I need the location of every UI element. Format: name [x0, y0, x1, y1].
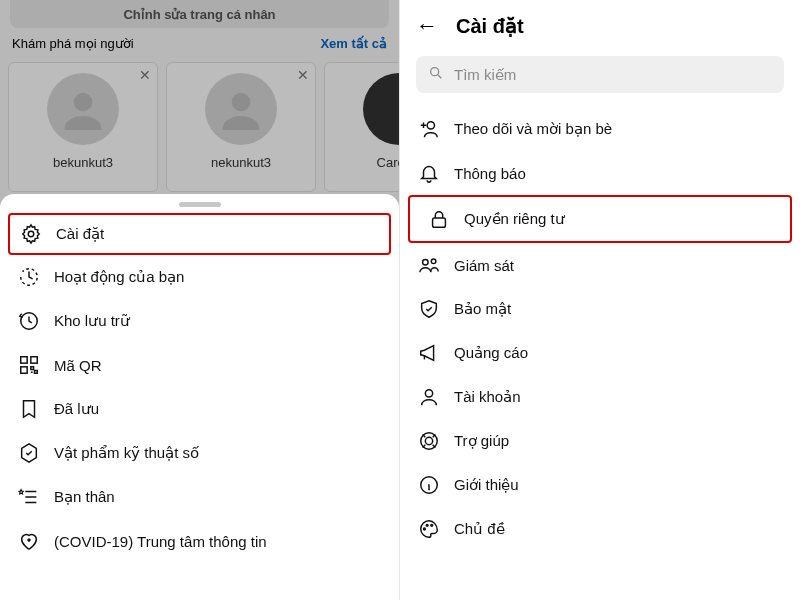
left-pane: Chỉnh sửa trang cá nhân Khám phá mọi ngư… [0, 0, 400, 600]
settings-item-label: Theo dõi và mời bạn bè [454, 120, 612, 138]
archive-icon [18, 310, 40, 332]
settings-item-label: Quảng cáo [454, 344, 528, 362]
settings-item-label: Tài khoản [454, 388, 521, 406]
settings-item-label: Bảo mật [454, 300, 511, 318]
shield-icon [418, 298, 440, 320]
svg-rect-6 [21, 367, 27, 373]
settings-item-label: Giới thiệu [454, 476, 519, 494]
svg-rect-5 [31, 357, 37, 363]
add-user-icon [418, 118, 440, 140]
sheet-item-saved[interactable]: Đã lưu [0, 387, 399, 431]
info-icon [418, 474, 440, 496]
search-placeholder: Tìm kiếm [454, 66, 516, 84]
sheet-item-digital[interactable]: Vật phẩm kỹ thuật số [0, 431, 399, 475]
people-icon [418, 254, 440, 276]
settings-item-privacy[interactable]: Quyền riêng tư [408, 195, 792, 243]
settings-item-account[interactable]: Tài khoản [400, 375, 800, 419]
settings-item-follow-invite[interactable]: Theo dõi và mời bạn bè [400, 107, 800, 151]
back-icon[interactable]: ← [416, 15, 438, 37]
right-pane: ← Cài đặt Tìm kiếm Theo dõi và mời bạn b… [400, 0, 800, 600]
megaphone-icon [418, 342, 440, 364]
settings-item-label: Chủ đề [454, 520, 505, 538]
settings-item-about[interactable]: Giới thiệu [400, 463, 800, 507]
svg-point-14 [425, 437, 432, 444]
sheet-item-qr[interactable]: Mã QR [0, 343, 399, 387]
heart-plus-icon [18, 530, 40, 552]
settings-item-security[interactable]: Bảo mật [400, 287, 800, 331]
settings-item-label: Trợ giúp [454, 432, 509, 450]
qr-icon [18, 354, 40, 376]
settings-item-notifications[interactable]: Thông báo [400, 151, 800, 195]
sheet-item-close-friends[interactable]: Bạn thân [0, 475, 399, 519]
settings-item-label: Quyền riêng tư [464, 210, 565, 228]
svg-point-8 [427, 122, 434, 129]
settings-item-label: Thông báo [454, 165, 526, 182]
sheet-item-covid[interactable]: (COVID-19) Trung tâm thông tin [0, 519, 399, 563]
svg-point-2 [28, 231, 34, 237]
sheet-item-activity[interactable]: Hoạt động của bạn [0, 255, 399, 299]
sheet-item-label: Đã lưu [54, 400, 99, 418]
lifebuoy-icon [418, 430, 440, 452]
svg-rect-9 [433, 218, 446, 227]
search-wrap: Tìm kiếm [416, 56, 784, 93]
svg-point-17 [426, 524, 428, 526]
bottom-sheet: Cài đặt Hoạt động của bạn Kho lưu trữ Mã… [0, 194, 399, 600]
search-icon [428, 65, 444, 84]
settings-header: ← Cài đặt [400, 0, 800, 44]
list-star-icon [18, 486, 40, 508]
palette-icon [418, 518, 440, 540]
gear-icon [20, 223, 42, 245]
svg-rect-4 [21, 357, 27, 363]
svg-point-11 [431, 259, 436, 264]
lock-icon [428, 208, 450, 230]
sheet-item-label: Kho lưu trữ [54, 312, 130, 330]
page-title: Cài đặt [456, 14, 524, 38]
sheet-item-settings[interactable]: Cài đặt [8, 213, 391, 255]
sheet-item-label: Bạn thân [54, 488, 115, 506]
settings-item-supervision[interactable]: Giám sát [400, 243, 800, 287]
settings-item-help[interactable]: Trợ giúp [400, 419, 800, 463]
svg-point-10 [423, 260, 429, 266]
svg-point-12 [425, 390, 432, 397]
svg-point-16 [424, 528, 426, 530]
settings-item-theme[interactable]: Chủ đề [400, 507, 800, 551]
settings-item-label: Giám sát [454, 257, 514, 274]
settings-item-ads[interactable]: Quảng cáo [400, 331, 800, 375]
bookmark-icon [18, 398, 40, 420]
search-input[interactable]: Tìm kiếm [416, 56, 784, 93]
grab-handle[interactable] [179, 202, 221, 207]
user-icon [418, 386, 440, 408]
svg-point-7 [431, 68, 439, 76]
hexagon-icon [18, 442, 40, 464]
sheet-item-label: Hoạt động của bạn [54, 268, 184, 286]
sheet-item-label: (COVID-19) Trung tâm thông tin [54, 533, 267, 550]
bell-icon [418, 162, 440, 184]
clock-icon [18, 266, 40, 288]
sheet-item-label: Cài đặt [56, 225, 104, 243]
sheet-item-label: Vật phẩm kỹ thuật số [54, 444, 199, 462]
sheet-item-label: Mã QR [54, 357, 102, 374]
svg-point-18 [431, 524, 433, 526]
sheet-item-archive[interactable]: Kho lưu trữ [0, 299, 399, 343]
